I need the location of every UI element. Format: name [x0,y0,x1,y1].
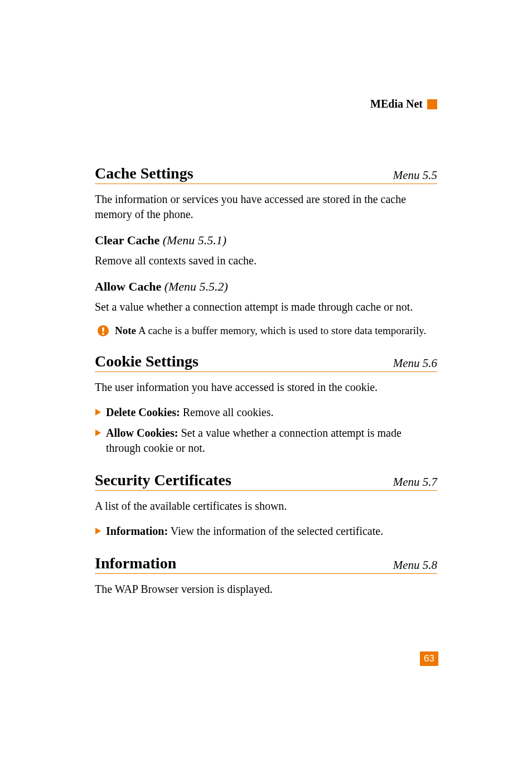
section-heading-information: Information Menu 5.8 [95,554,437,574]
subsection-ref: (Menu 5.5.2) [165,279,228,293]
bullet-list: Delete Cookies: Remove all cookies. Allo… [95,405,437,456]
list-item: Allow Cookies: Set a value whether a con… [95,426,437,456]
subsection-heading-clear-cache: Clear Cache (Menu 5.5.1) [95,233,437,248]
page-content: Cache Settings Menu 5.5 The information … [0,0,532,651]
section-title: Information [95,554,176,572]
bullet-text: Remove all cookies. [180,406,274,418]
note-icon [97,325,109,337]
header-square-icon [427,99,437,109]
bullet-content: Delete Cookies: Remove all cookies. [106,405,437,420]
section-intro: A list of the available certificates is … [95,499,437,514]
subsection-title: Allow Cache [95,279,161,293]
section-menu-ref: Menu 5.5 [393,168,437,182]
note-text: A cache is a buffer memory, which is use… [138,325,426,336]
section-title: Cache Settings [95,165,194,182]
note-box: Note A cache is a buffer memory, which i… [95,325,437,337]
bullet-label: Allow Cookies: [106,427,178,439]
svg-marker-3 [95,409,101,416]
section-intro: The WAP Browser version is displayed. [95,582,437,597]
arrow-right-icon [95,429,101,437]
subsection-heading-allow-cache: Allow Cache (Menu 5.5.2) [95,279,437,294]
section-title: Security Certificates [95,471,231,489]
list-item: Information: View the information of the… [95,524,437,539]
svg-rect-1 [102,327,104,332]
section-heading-cookie: Cookie Settings Menu 5.6 [95,353,437,372]
subsection-body: Set a value whether a connection attempt… [95,300,437,315]
bullet-content: Allow Cookies: Set a value whether a con… [106,426,437,456]
section-menu-ref: Menu 5.7 [393,475,437,489]
svg-marker-5 [95,528,101,534]
subsection-title: Clear Cache [95,233,159,247]
section-menu-ref: Menu 5.8 [393,558,437,572]
note-label: Note [115,325,136,336]
bullet-text: View the information of the selected cer… [168,525,383,537]
page-header: MEdia Net [370,98,437,110]
svg-point-2 [102,333,104,335]
arrow-right-icon [95,527,101,535]
bullet-list: Information: View the information of the… [95,524,437,539]
subsection-body: Remove all contexts saved in cache. [95,253,437,268]
section-heading-security: Security Certificates Menu 5.7 [95,471,437,491]
header-label: MEdia Net [370,98,423,110]
page-number: 63 [420,651,438,666]
section-menu-ref: Menu 5.6 [393,356,437,370]
subsection-ref: (Menu 5.5.1) [163,233,226,247]
section-title: Cookie Settings [95,353,199,370]
bullet-label: Delete Cookies: [106,406,180,418]
arrow-right-icon [95,408,101,416]
svg-marker-4 [95,429,101,436]
list-item: Delete Cookies: Remove all cookies. [95,405,437,420]
bullet-content: Information: View the information of the… [106,524,437,539]
section-intro: The information or services you have acc… [95,192,437,222]
note-content: Note A cache is a buffer memory, which i… [115,325,426,337]
section-heading-cache: Cache Settings Menu 5.5 [95,165,437,184]
section-intro: The user information you have accessed i… [95,380,437,395]
bullet-label: Information: [106,525,168,537]
